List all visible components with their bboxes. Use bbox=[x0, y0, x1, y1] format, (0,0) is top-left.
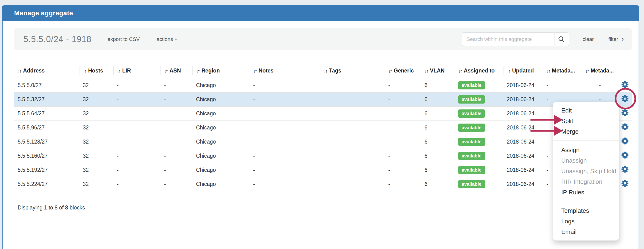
cell-notes: - bbox=[250, 106, 320, 121]
menu-item-edit[interactable]: Edit bbox=[553, 105, 618, 116]
menu-item-templates[interactable]: Templates bbox=[553, 205, 618, 216]
gear-icon[interactable] bbox=[621, 81, 629, 89]
menu-item-split[interactable]: Split bbox=[553, 116, 618, 126]
gear-icon[interactable] bbox=[621, 137, 629, 145]
cell-notes: - bbox=[250, 78, 320, 92]
cell-lir: - bbox=[113, 121, 160, 135]
menu-item-logs[interactable]: Logs bbox=[553, 216, 618, 227]
cell-notes: - bbox=[250, 135, 320, 149]
menu-item-ip-rules[interactable]: IP Rules bbox=[553, 187, 618, 198]
actions-dropdown-button[interactable]: actions + bbox=[156, 36, 178, 42]
cell-gear bbox=[618, 149, 632, 163]
cell-updated: 2018-06-24 bbox=[503, 163, 543, 177]
table-row[interactable]: 5.5.5.192/27 32 - - Chicago - - 6 availa… bbox=[14, 163, 632, 177]
cell-gear bbox=[618, 163, 632, 177]
col-header-region[interactable]: ↓↑Region bbox=[192, 64, 250, 78]
cell-asn: - bbox=[160, 149, 192, 163]
table-row[interactable]: 5.5.5.32/27 32 - - Chicago - - 6 availab… bbox=[14, 92, 632, 106]
cell-lir: - bbox=[113, 149, 160, 163]
cell-region: Chicago bbox=[192, 135, 250, 149]
cell-tags bbox=[320, 78, 385, 92]
cell-hosts: 32 bbox=[79, 163, 113, 177]
sort-icon: ↓↑ bbox=[424, 68, 428, 73]
cell-vlan: 6 bbox=[421, 121, 455, 135]
cell-metadata-1: - bbox=[543, 78, 582, 92]
cell-assigned-to: available bbox=[455, 121, 503, 135]
sort-icon: ↓↑ bbox=[117, 68, 120, 73]
menu-item-assign[interactable]: Assign bbox=[553, 145, 618, 155]
pagination-status: Displaying 1 to 8 of 8 blocks bbox=[14, 204, 632, 211]
cell-assigned-to: available bbox=[455, 163, 503, 177]
cell-asn: - bbox=[160, 177, 192, 191]
search-icon bbox=[558, 36, 565, 43]
cell-asn: - bbox=[160, 92, 192, 106]
search-input[interactable] bbox=[462, 33, 554, 46]
menu-item-merge[interactable]: Merge bbox=[553, 126, 618, 137]
page: Manage aggregate 5.5.5.0/24 - 1918 expor… bbox=[0, 0, 644, 249]
gear-icon[interactable] bbox=[621, 151, 629, 159]
col-header-notes[interactable]: ↓↑Notes bbox=[250, 64, 320, 78]
cell-lir: - bbox=[113, 163, 160, 177]
col-header-updated[interactable]: ↓↑Updated bbox=[503, 64, 543, 78]
cell-generic: - bbox=[385, 177, 421, 191]
gear-icon[interactable] bbox=[621, 123, 629, 131]
sort-icon: ↓↑ bbox=[164, 68, 167, 73]
cell-notes: - bbox=[250, 177, 320, 191]
cell-asn: - bbox=[160, 121, 192, 135]
cell-actions: - bbox=[582, 78, 618, 92]
table-row[interactable]: 5.5.5.224/27 32 - - Chicago - - 6 availa… bbox=[14, 177, 632, 191]
status-badge: available bbox=[458, 152, 485, 160]
cell-region: Chicago bbox=[192, 106, 250, 121]
sort-icon: ↓↑ bbox=[585, 68, 588, 73]
search-button[interactable] bbox=[554, 33, 569, 46]
cell-lir: - bbox=[113, 78, 160, 92]
table-row[interactable]: 5.5.5.64/27 32 - - Chicago - - 6 availab… bbox=[14, 106, 632, 121]
cell-generic: - bbox=[385, 163, 421, 177]
cell-assigned-to: available bbox=[455, 149, 503, 163]
col-header-hosts[interactable]: ↓↑Hosts bbox=[79, 64, 113, 78]
context-menu: EditSplitMergeAssignUnassignUnassign, Sk… bbox=[553, 102, 619, 241]
cell-address: 5.5.5.128/27 bbox=[14, 135, 79, 149]
cell-gear bbox=[618, 135, 632, 149]
sort-icon: ↓↑ bbox=[196, 68, 199, 73]
filter-button[interactable]: filter › bbox=[608, 35, 624, 43]
table-row[interactable]: 5.5.5.0/27 32 - - Chicago - - 6 availabl… bbox=[14, 78, 632, 92]
status-badge: available bbox=[458, 109, 485, 118]
gear-icon[interactable] bbox=[621, 95, 629, 103]
col-header-vlan[interactable]: ↓↑VLAN bbox=[421, 64, 455, 78]
table-row[interactable]: 5.5.5.128/27 32 - - Chicago - - 6 availa… bbox=[14, 135, 632, 149]
cell-hosts: 32 bbox=[79, 149, 113, 163]
panel-header: Manage aggregate bbox=[2, 5, 638, 21]
menu-divider bbox=[553, 201, 618, 201]
export-csv-button[interactable]: export to CSV bbox=[108, 36, 140, 42]
table-row[interactable]: 5.5.5.160/27 32 - - Chicago - - 6 availa… bbox=[14, 149, 632, 163]
col-header-assigned-to[interactable]: ↓↑Assigned to bbox=[455, 64, 503, 78]
cell-tags bbox=[320, 135, 385, 149]
cell-notes: - bbox=[250, 92, 320, 106]
col-header-tags[interactable]: ↓↑Tags bbox=[320, 64, 385, 78]
col-header-generic[interactable]: ↓↑Generic bbox=[385, 64, 421, 78]
col-header-lir[interactable]: ↓↑LIR bbox=[113, 64, 160, 78]
cell-assigned-to: available bbox=[455, 106, 503, 121]
status-badge: available bbox=[458, 180, 485, 188]
col-header-address[interactable]: ↓↑Address bbox=[14, 64, 79, 78]
col-header-asn[interactable]: ↓↑ASN bbox=[160, 64, 192, 78]
clear-button[interactable]: clear bbox=[583, 36, 594, 42]
cell-vlan: 6 bbox=[421, 163, 455, 177]
sort-icon: ↓↑ bbox=[546, 68, 550, 73]
sort-icon: ↓↑ bbox=[458, 68, 462, 73]
cell-vlan: 6 bbox=[421, 149, 455, 163]
status-badge: available bbox=[458, 166, 485, 174]
table-row[interactable]: 5.5.5.96/27 32 - - Chicago - - 6 availab… bbox=[14, 121, 632, 135]
gear-icon[interactable] bbox=[621, 109, 629, 117]
cell-generic: - bbox=[385, 78, 421, 92]
cell-hosts: 32 bbox=[79, 106, 113, 121]
col-header-metadata-2[interactable]: ↓↑Metada... bbox=[582, 64, 618, 78]
chevron-right-icon: › bbox=[622, 35, 624, 43]
menu-item-email[interactable]: Email bbox=[553, 227, 618, 237]
gear-icon[interactable] bbox=[621, 179, 629, 187]
status-badge: available bbox=[458, 124, 485, 132]
col-header-metadata-1[interactable]: ↓↑Metada... bbox=[543, 64, 582, 78]
gear-icon[interactable] bbox=[621, 165, 629, 173]
cell-lir: - bbox=[113, 106, 160, 121]
